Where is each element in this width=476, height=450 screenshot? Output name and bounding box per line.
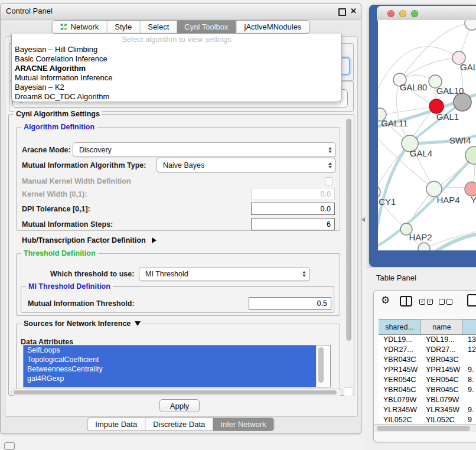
cyni-algorithm-settings-title: Cyni Algorithm Settings <box>14 110 102 118</box>
network-node[interactable] <box>418 243 430 250</box>
dpi-tolerance-field[interactable]: 0.0 <box>251 203 335 215</box>
docked-panel-icon[interactable] <box>4 442 15 450</box>
node-label-hap2: HAP2 <box>409 232 432 242</box>
network-window-titlebar[interactable] <box>377 6 476 21</box>
tab-jactivemnodules[interactable]: jActiveMNodules <box>236 21 309 33</box>
scrollbar-thumb[interactable] <box>318 347 324 383</box>
network-node[interactable] <box>454 93 471 111</box>
settings-vertical-scrollbar[interactable] <box>345 116 353 389</box>
select-all-icon[interactable]: ✓ ✓ <box>419 299 433 305</box>
close-traffic-light-icon[interactable] <box>387 10 395 17</box>
table-cell: 9. <box>463 365 476 375</box>
bottom-tab-discretize-data-label: Discretize Data <box>153 420 205 429</box>
unchecked-checkbox-icon <box>439 299 445 305</box>
scrollbar-thumb[interactable] <box>346 119 351 341</box>
mi-steps-field[interactable]: 6 <box>251 218 335 230</box>
node-table-window: ⚙ ✓ ✓ shared...nameA YDL19...YDL19...13Y… <box>373 290 476 442</box>
split-columns-icon[interactable] <box>400 296 412 306</box>
which-threshold-combo[interactable]: MI Threshold <box>139 267 310 281</box>
table-row[interactable]: YDL19...YDL19...13 <box>379 335 476 345</box>
table-row[interactable]: YER054CYER054C8. <box>379 375 476 385</box>
control-panel-title: Control Panel <box>6 4 53 19</box>
bottom-tab-discretize-data[interactable]: Discretize Data <box>145 418 213 431</box>
float-window-icon[interactable] <box>338 8 346 16</box>
table-panel-title: Table Panel <box>376 273 416 282</box>
node-label-swi4: SWI4 <box>449 135 471 145</box>
attributes-list-scrollbar[interactable] <box>316 345 330 387</box>
close-icon[interactable]: ✕ <box>350 4 357 19</box>
deselect-all-icon[interactable] <box>439 299 452 305</box>
mi-threshold-field[interactable]: 0.5 <box>249 297 331 310</box>
network-canvas[interactable]: GALGAL80GAL10GAL1GAL11GAL4SWI4HAP4YGCY1H… <box>378 20 476 250</box>
scrollbar-corner <box>344 387 353 396</box>
node-label-y: Y <box>471 195 476 205</box>
attribute-item-gal4rgexp[interactable]: gal4RGexp <box>24 374 316 383</box>
tab-select[interactable]: Select <box>139 21 177 33</box>
hub-definition-expander[interactable]: Hub/Transcription Factor Definition <box>22 235 157 246</box>
network-node-y[interactable] <box>465 182 476 196</box>
node-table-header: shared...nameA <box>379 319 476 335</box>
table-cell <box>463 395 476 405</box>
node-label-gal11: GAL11 <box>381 118 408 128</box>
bottom-tab-infer-network[interactable]: Infer Network <box>213 418 273 431</box>
table-cell: YER054C <box>421 375 463 385</box>
attribute-item-topologicalcoefficient[interactable]: TopologicalCoefficient <box>24 355 316 364</box>
hub-definition-label: Hub/Transcription Factor Definition <box>22 236 146 244</box>
tab-cyni-toolbox-label: Cyni Toolbox <box>184 22 228 31</box>
algorithm-option-bayesian-k2[interactable]: Bayesian – K2 <box>12 83 341 92</box>
node-label-hap4: HAP4 <box>436 195 459 205</box>
tab-cyni-toolbox[interactable]: Cyni Toolbox <box>177 21 236 33</box>
scrollbar-thumb[interactable] <box>14 390 337 394</box>
table-cell: 8. <box>463 375 476 385</box>
table-row[interactable]: YBR045CYBR045C9. <box>379 385 476 395</box>
algorithm-option-dream8-dc-tdc-algorithm[interactable]: Dream8 DC_TDC Algorithm <box>12 92 341 102</box>
table-row[interactable]: YLR345WYLR345W9. <box>379 405 476 415</box>
algorithm-option-bayesian-hill-climbing[interactable]: Bayesian – Hill Climbing <box>12 45 341 54</box>
attribute-item-selfloops[interactable]: SelfLoops <box>24 345 316 355</box>
tab-style[interactable]: Style <box>106 21 139 33</box>
column-header-shared[interactable]: shared... <box>379 319 421 335</box>
screenshot-root: Control Panel ✕ NetworkStyleSelectCyni T… <box>0 0 476 450</box>
table-row[interactable]: YDR27...YDR27...12 <box>379 345 476 355</box>
kernel-width-value: 0.0 <box>321 190 331 198</box>
table-horizontal-scrollbar[interactable] <box>374 424 476 432</box>
apply-button[interactable]: Apply <box>159 399 200 412</box>
table-cell: YBR043C <box>421 355 463 365</box>
table-cell: 13 <box>463 335 476 345</box>
table-cell: YBL079W <box>421 395 463 405</box>
table-row[interactable]: YPR145WYPR145W9. <box>379 365 476 375</box>
table-row[interactable]: YBL079WYBL079W <box>379 395 476 405</box>
table-cell: YDR27... <box>421 345 463 355</box>
algorithm-option-mutual-information-inference[interactable]: Mutual Information Inference <box>12 73 341 83</box>
mi-steps-label: Mutual Information Steps: <box>22 218 113 230</box>
network-node-labels: GALGAL80GAL10GAL1GAL11GAL4SWI4HAP4YGCY1H… <box>378 62 476 242</box>
algorithm-option-basic-correlation-inference[interactable]: Basic Correlation Inference <box>12 54 341 64</box>
table-cell: YIL052C <box>421 415 463 423</box>
new-table-icon[interactable] <box>467 294 476 306</box>
node-table: shared...nameA YDL19...YDL19...13YDR27..… <box>379 319 476 423</box>
minimize-traffic-light-icon[interactable] <box>399 10 406 17</box>
column-header-a[interactable]: A <box>463 319 476 335</box>
bottom-tab-infer-network-label: Infer Network <box>220 420 266 429</box>
table-cell: YDL19... <box>379 335 421 345</box>
scrollbar-thumb[interactable] <box>377 426 470 431</box>
column-header-name[interactable]: name <box>421 319 463 335</box>
algorithm-dropdown-placeholder: Select algorithm to view settings <box>12 34 341 45</box>
bottom-tab-impute-data[interactable]: Impute Data <box>87 418 145 431</box>
algorithm-option-aracne-algorithm[interactable]: ARACNE Algorithm <box>12 64 341 73</box>
table-row[interactable]: YIL052CYIL052C9 <box>379 415 476 423</box>
node-label-gcy1: GCY1 <box>378 197 396 207</box>
zoom-traffic-light-icon[interactable] <box>411 10 418 17</box>
gear-icon[interactable]: ⚙ <box>381 294 390 306</box>
mi-algorithm-type-combo[interactable]: Naive Bayes <box>157 158 336 172</box>
expanded-arrow-icon[interactable] <box>135 321 141 326</box>
aracne-mode-combo[interactable]: Discovery <box>73 142 336 157</box>
table-row[interactable]: YBR043CYBR043C <box>379 355 476 365</box>
tab-network[interactable]: Network <box>53 21 107 33</box>
attribute-item-betweennesscentrality[interactable]: BetweennessCentrality <box>24 364 316 374</box>
table-cell: YPR145W <box>379 365 421 375</box>
panel-splitter-arrow-icon[interactable] <box>361 217 365 222</box>
settings-horizontal-scrollbar[interactable] <box>11 389 343 396</box>
table-cell: 12 <box>463 345 476 355</box>
network-node[interactable] <box>465 20 476 30</box>
